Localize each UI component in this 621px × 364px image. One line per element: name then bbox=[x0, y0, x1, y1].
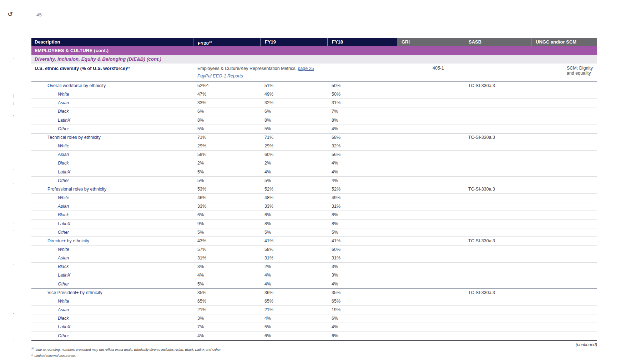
row-value bbox=[464, 306, 531, 314]
page-25-link[interactable]: page 25 bbox=[298, 66, 314, 71]
margin-artifact: - bbox=[13, 181, 14, 185]
row-value: 4% bbox=[260, 314, 327, 323]
row-value bbox=[531, 314, 597, 323]
margin-artifact: - bbox=[13, 262, 14, 266]
row-value bbox=[464, 125, 531, 133]
row-value bbox=[397, 220, 464, 228]
column-header-gri: GRI bbox=[397, 38, 464, 46]
row-value bbox=[531, 246, 597, 254]
row-value: 7% bbox=[327, 107, 397, 116]
margin-artifact: ) bbox=[13, 94, 14, 98]
margin-artifact: ) bbox=[13, 101, 14, 105]
row-value bbox=[531, 332, 597, 340]
row-value: 60% bbox=[260, 151, 327, 159]
row-value bbox=[531, 194, 597, 202]
row-value: 5% bbox=[193, 177, 260, 185]
column-header-fy18: FY18 bbox=[327, 38, 397, 46]
column-header-ungc-and-or-scm: UNGC and/or SCM bbox=[531, 38, 597, 46]
page-number: 45 bbox=[36, 12, 42, 17]
row-value: 33% bbox=[260, 202, 327, 211]
group-row: Overall workforce by ethnicity52%^51%50%… bbox=[31, 81, 597, 90]
ungc-scm-value: SCM: Dignity and equality bbox=[567, 66, 597, 76]
row-label: Director+ by ethnicity bbox=[31, 237, 193, 245]
margin-artifact: - bbox=[13, 145, 14, 148]
row-value: 4% bbox=[193, 271, 260, 279]
row-value bbox=[397, 263, 464, 271]
row-value bbox=[531, 90, 597, 98]
sub-row: LatinX4%4%3% bbox=[31, 271, 597, 279]
row-label: Asian bbox=[31, 202, 193, 211]
row-value bbox=[397, 237, 464, 245]
sub-row: Asian33%33%31% bbox=[31, 202, 597, 211]
row-value bbox=[464, 116, 531, 125]
row-value bbox=[531, 202, 597, 211]
sub-row: Black3%2%3% bbox=[31, 262, 597, 271]
sub-row: White65%65%65% bbox=[31, 297, 597, 305]
margin-artifact: - bbox=[13, 81, 14, 85]
back-icon[interactable]: ↺ bbox=[7, 11, 13, 17]
row-value: 5% bbox=[260, 125, 327, 133]
row-value: 5% bbox=[260, 323, 327, 331]
margin-artifact: - bbox=[13, 221, 14, 225]
row-value bbox=[397, 254, 464, 262]
column-header-fy20: FY2072 bbox=[193, 38, 260, 46]
metric-label: U.S. ethnic diversity (% of U.S. workfor… bbox=[35, 66, 130, 71]
row-label: Vice President+ by ethnicity bbox=[31, 289, 193, 297]
row-label: Other bbox=[31, 228, 193, 237]
row-value: 2% bbox=[260, 263, 327, 271]
metric-references: Employees & Culture/Key Representation M… bbox=[197, 65, 314, 80]
row-value: 3% bbox=[327, 271, 397, 279]
row-value: 8% bbox=[260, 220, 327, 228]
row-value bbox=[464, 263, 531, 271]
row-value: 56% bbox=[327, 151, 397, 159]
sub-row: White29%29%32% bbox=[31, 142, 597, 150]
row-label: Other bbox=[31, 280, 193, 288]
margin-artifact: - bbox=[13, 56, 14, 60]
paypal-eeo1-reports-link[interactable]: PayPal EEO-1 Reports bbox=[197, 74, 243, 79]
row-value bbox=[531, 306, 597, 314]
row-label: White bbox=[31, 297, 193, 305]
row-value: 7% bbox=[193, 323, 260, 331]
sub-row: Black6%6%7% bbox=[31, 107, 597, 116]
row-value: 50% bbox=[327, 90, 397, 98]
row-value bbox=[531, 116, 597, 125]
row-value: 6% bbox=[260, 211, 327, 219]
row-value: 6% bbox=[260, 332, 327, 340]
row-value: 33% bbox=[193, 99, 260, 107]
row-value: 9% bbox=[193, 220, 260, 228]
row-value: 71% bbox=[193, 133, 260, 142]
row-value: 31% bbox=[193, 254, 260, 262]
sub-row: Other5%5%4% bbox=[31, 125, 597, 133]
row-value bbox=[397, 314, 464, 323]
row-value: 58% bbox=[260, 246, 327, 254]
row-value: 65% bbox=[193, 297, 260, 305]
footnote-2: ^Limited external assurance. bbox=[31, 353, 222, 359]
row-value: 2% bbox=[260, 159, 327, 167]
row-value bbox=[397, 306, 464, 314]
row-label: Technical roles by ethnicity bbox=[31, 133, 193, 142]
row-value: 2% bbox=[193, 159, 260, 167]
row-value bbox=[397, 289, 464, 297]
row-value bbox=[464, 202, 531, 211]
row-value bbox=[397, 211, 464, 219]
sub-row: Asian59%60%56% bbox=[31, 150, 597, 159]
row-value bbox=[397, 271, 464, 279]
row-value: 8% bbox=[327, 211, 397, 219]
row-label: LatinX bbox=[31, 168, 193, 176]
column-header-sasb: SASB bbox=[464, 38, 531, 46]
table-header-row: DescriptionFY2072FY19FY18GRISASBUNGC and… bbox=[31, 38, 597, 46]
row-value: 52% bbox=[327, 185, 397, 193]
row-value bbox=[531, 159, 597, 167]
row-value bbox=[531, 289, 597, 297]
row-value bbox=[464, 246, 531, 254]
row-value bbox=[397, 332, 464, 340]
row-value bbox=[531, 220, 597, 228]
row-value bbox=[397, 280, 464, 288]
row-value: 31% bbox=[327, 99, 397, 107]
sub-row: Other4%6%6% bbox=[31, 332, 597, 340]
row-value: TC-SI-330a.3 bbox=[464, 133, 531, 142]
row-value: 65% bbox=[327, 297, 397, 305]
row-value: 57% bbox=[193, 246, 260, 254]
row-value: 5% bbox=[327, 228, 397, 237]
row-value bbox=[531, 271, 597, 279]
